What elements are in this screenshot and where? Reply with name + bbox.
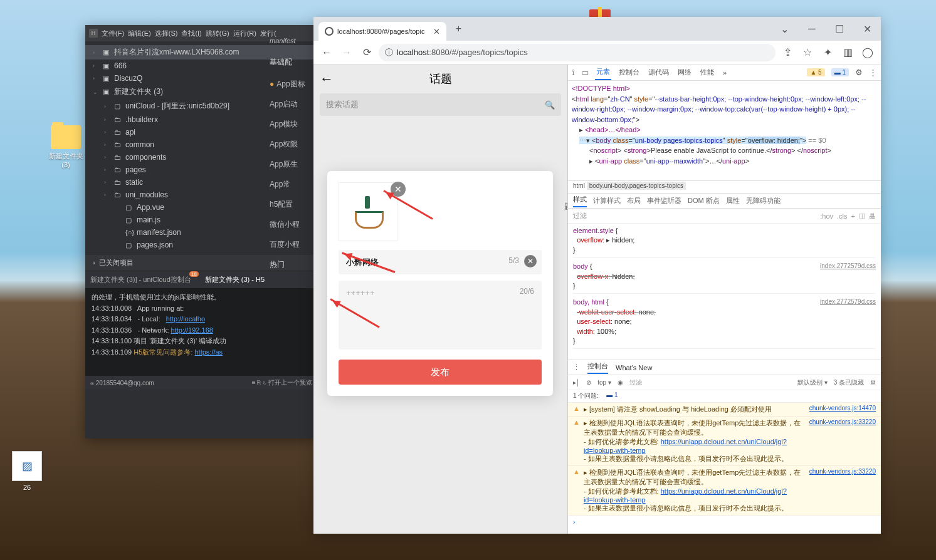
console-warning: ▲ ▸ [system] 请注意 showLoading 与 hideLoadi… — [568, 403, 881, 417]
desktop-folder[interactable]: 新建文件夹 (3) — [44, 125, 88, 169]
live-expr-icon[interactable]: ◉ — [618, 379, 623, 386]
console-messages[interactable]: ▲ ▸ [system] 请注意 showLoading 与 hideLoadi… — [568, 403, 881, 534]
setting-app-common[interactable]: App常 — [270, 179, 320, 190]
setting-app-launch[interactable]: App启动 — [270, 99, 320, 110]
menu-file[interactable]: 文件(F) — [102, 29, 124, 38]
device-toggle-icon[interactable]: ▭ — [581, 68, 589, 77]
menu-run[interactable]: 运行(R) — [233, 29, 256, 38]
info-icon[interactable]: ⓘ — [385, 47, 393, 58]
drawer-console-tab[interactable]: 控制台 — [587, 361, 608, 374]
styles-tabs: 样式 计算样式 布局 事件监听器 DOM 断点 属性 无障碍功能 — [568, 194, 881, 209]
back-icon[interactable]: ← — [320, 71, 334, 87]
drawer-whatsnew-tab[interactable]: What's New — [616, 364, 652, 371]
gear-icon[interactable]: ⚙ — [855, 68, 863, 77]
setting-baidu[interactable]: 百度小程 — [270, 239, 320, 250]
tab-elements[interactable]: 元素 — [595, 65, 611, 80]
setting-h5[interactable]: h5配置 — [270, 199, 320, 210]
console-line: 14:33:18.036 - Network: http://192.168 — [92, 325, 311, 336]
clear-console-icon[interactable]: ⊘ — [586, 379, 591, 386]
console-prompt[interactable]: › — [568, 516, 881, 528]
tab-listeners[interactable]: 事件监听器 — [647, 196, 681, 205]
address-bar[interactable]: ⓘ localhost:8080/#/pages/topics/topics — [379, 44, 776, 61]
styles-body[interactable]: element.style { overflow: ▸ hidden;} ind… — [568, 224, 881, 360]
console-warning: ▲ ▸ 检测到使用JQL语法联表查询时，未使用getTemp先过滤主表数据，在主… — [568, 466, 881, 516]
menu-goto[interactable]: 跳转(G) — [206, 29, 229, 38]
tab-console[interactable]: 控制台 — [618, 65, 641, 80]
sidebar-toggle-icon[interactable]: ▸│ — [573, 379, 580, 386]
browser-tab[interactable]: localhost:8080/#/pages/topic ✕ — [318, 22, 446, 41]
warning-icon: ▲ — [573, 405, 580, 414]
chrome-window: localhost:8080/#/pages/topic ✕ + ⌄ ─ ☐ ✕… — [313, 17, 881, 534]
more-icon[interactable]: ⋮ — [869, 68, 877, 77]
console-settings-icon[interactable]: ⚙ — [870, 379, 876, 386]
tab-layout[interactable]: 布局 — [627, 196, 641, 205]
computed-toggle-icon[interactable]: ◫ — [859, 212, 865, 220]
hov-toggle[interactable]: :hov — [820, 212, 833, 220]
status-user[interactable]: ⍟ 201855404@qq.com — [90, 380, 154, 386]
window-maximize[interactable]: ☐ — [826, 17, 853, 41]
desktop-image-file[interactable]: ▨ 26 — [5, 451, 49, 491]
topic-desc-input[interactable]: ++++++ 20/6 — [339, 281, 542, 350]
print-icon[interactable]: 🖶 — [869, 212, 876, 220]
tab-a11y[interactable]: 无障碍功能 — [746, 196, 781, 205]
image-icon: ▨ — [12, 451, 42, 481]
menu-select[interactable]: 选择(S) — [155, 29, 178, 38]
info-badge[interactable]: ▬ 1 — [831, 68, 849, 76]
tab-props[interactable]: 属性 — [726, 196, 740, 205]
new-tab-button[interactable]: + — [450, 23, 466, 34]
hidden-count[interactable]: 3 条已隐藏 — [834, 378, 864, 387]
drawer-menu-icon[interactable]: ⋮ — [573, 363, 580, 371]
warnings-badge[interactable]: ▲ 5 — [807, 68, 824, 76]
clear-name-icon[interactable]: ✕ — [524, 255, 537, 267]
chevron-down-icon[interactable]: ⌄ — [770, 17, 798, 41]
tab-styles[interactable]: 样式 — [573, 195, 587, 207]
elements-panel[interactable]: <!DOCTYPE html> <html lang="zh-CN" style… — [568, 81, 881, 181]
elements-breadcrumb[interactable]: html body.uni-body.pages-topics-topics — [568, 181, 881, 194]
add-rule-icon[interactable]: + — [851, 212, 855, 220]
level-selector[interactable]: 默认级别 ▾ — [797, 378, 828, 387]
console-tabs: 新建文件夹 (3)] - uniCloud控制台18 新建文件夹 (3) - H… — [85, 271, 317, 288]
console-tab-h5[interactable]: 新建文件夹 (3) - H5 — [205, 275, 265, 284]
ide-console[interactable]: 的处理，手机端使用过大的js库影响性能。 14:33:18.008 App ru… — [85, 288, 317, 376]
nav-back-icon[interactable]: ← — [318, 44, 335, 61]
tab-more[interactable]: » — [722, 66, 728, 79]
setting-app-icon[interactable]: App图标 — [270, 79, 320, 90]
tab-dom-break[interactable]: DOM 断点 — [688, 196, 720, 205]
browser-titlebar: localhost:8080/#/pages/topic ✕ + ⌄ ─ ☐ ✕ — [313, 17, 881, 41]
menu-edit[interactable]: 编辑(E) — [128, 29, 151, 38]
warning-icon: ▲ — [573, 468, 580, 513]
nav-reload-icon[interactable]: ⟳ — [359, 44, 375, 61]
topic-desc-value: ++++++ — [346, 288, 375, 298]
window-close[interactable]: ✕ — [853, 17, 881, 41]
tab-sources[interactable]: 源代码 — [647, 65, 670, 80]
console-tab-unicloud[interactable]: 新建文件夹 (3)] - uniCloud控制台18 — [90, 275, 191, 284]
page-header: ← 话题 — [313, 65, 567, 93]
setting-app-module[interactable]: App模块 — [270, 119, 320, 130]
extensions-icon[interactable]: ✦ — [819, 44, 836, 61]
tab-close-icon[interactable]: ✕ — [433, 27, 440, 36]
console-filter-input[interactable]: 过滤 — [629, 378, 791, 387]
status-preview[interactable]: ≡ ⎘ ↻ 打开上一个预览 — [252, 378, 312, 387]
tab-performance[interactable]: 性能 — [699, 65, 715, 80]
ide-statusbar: ⍟ 201855404@qq.com ≡ ⎘ ↻ 打开上一个预览 — [85, 376, 317, 390]
setting-app-perm[interactable]: App权限 — [270, 139, 320, 150]
context-selector[interactable]: top ▾ — [597, 379, 611, 386]
reading-list-icon[interactable]: ▥ — [839, 44, 856, 61]
issues-row[interactable]: 1 个问题:▬ 1 — [568, 390, 881, 403]
filter-input[interactable]: 过滤 — [573, 211, 587, 220]
tab-computed[interactable]: 计算样式 — [593, 196, 621, 205]
setting-wechat[interactable]: 微信小程 — [270, 219, 320, 230]
publish-button[interactable]: 发布 — [339, 360, 542, 385]
manifest-crumb: manifest — [270, 37, 320, 44]
window-minimize[interactable]: ─ — [798, 17, 826, 41]
tab-network[interactable]: 网络 — [676, 65, 693, 80]
share-icon[interactable]: ⇪ — [779, 44, 796, 61]
bookmark-icon[interactable]: ☆ — [799, 44, 816, 61]
hot-topics-label: 热门 — [270, 259, 320, 270]
inspect-icon[interactable]: ⟟ — [572, 68, 575, 78]
cls-toggle[interactable]: .cls — [837, 212, 848, 220]
profile-icon[interactable]: ◯ — [860, 44, 876, 61]
menu-find[interactable]: 查找(I) — [181, 29, 201, 38]
avatar-image — [352, 196, 384, 227]
setting-app-native[interactable]: App原生 — [270, 159, 320, 170]
